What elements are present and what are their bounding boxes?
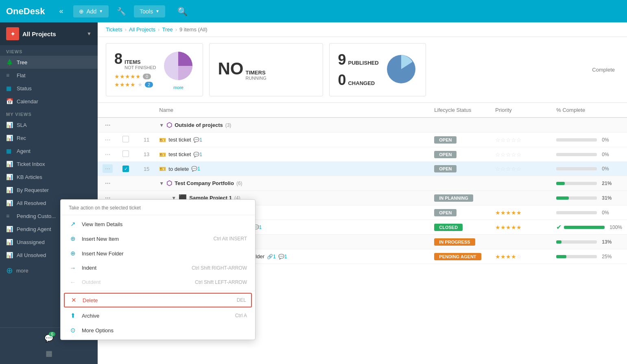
ticket-inbox-icon: 📊	[6, 161, 13, 167]
col-complete: % Complete	[551, 103, 627, 118]
ctx-view-details-label: View Item Details	[82, 221, 122, 227]
sidebar-item-flat[interactable]: ≡ Flat	[0, 69, 98, 82]
timers-label: TIMERS	[245, 70, 266, 76]
row-actions-outside[interactable]: ···	[103, 121, 113, 129]
calendar-icon: 📅	[6, 98, 13, 105]
progress-5	[556, 255, 597, 258]
pending-agent-icon: 📊	[6, 226, 13, 232]
status-1: OPEN	[434, 209, 457, 216]
more-options-icon: ⊙	[69, 327, 77, 334]
ctx-insert-new-item-label: Insert New Item	[82, 236, 119, 242]
portfolio-icon-outside: ⬡	[166, 121, 172, 129]
sidebar-item-agent[interactable]: ▦ Agent	[0, 144, 98, 157]
top-nav: OneDesk « ⊕ Add ▼ 🔧 Tools ▼ 🔍	[0, 0, 627, 22]
sidebar-item-tree[interactable]: 🌲 Tree	[0, 56, 98, 69]
col-actions	[98, 103, 118, 118]
by-requester-icon: 📊	[6, 187, 13, 193]
sidebar-item-kb-articles[interactable]: 📊 KB Articles	[0, 170, 98, 183]
sidebar-app-icon[interactable]: ✦	[6, 27, 19, 40]
stat-card-timers: NO TIMERS RUNNING	[209, 43, 323, 96]
insert-new-item-icon: ⊕	[69, 235, 77, 242]
no-timers-label: NO	[218, 59, 243, 78]
wrench-icon[interactable]: 🔧	[117, 7, 126, 16]
more-link[interactable]: more	[162, 85, 194, 90]
row-actions-11[interactable]: ···	[103, 135, 113, 144]
status-11: OPEN	[434, 136, 457, 144]
priority-11: ☆☆☆☆☆	[495, 137, 522, 143]
collapse-portfolio[interactable]: ▼	[159, 181, 164, 186]
ctx-outdent-shortcut: Ctrl Shift LEFT-ARROW	[195, 279, 247, 285]
priority-13: ☆☆☆☆☆	[495, 151, 522, 158]
ctx-delete[interactable]: ✕ Delete DEL	[64, 293, 252, 307]
item-name-13: test ticket	[168, 151, 191, 157]
progress-folder	[556, 240, 597, 244]
row-checkbox-15[interactable]: ✓	[122, 166, 129, 172]
stat-card-items: 8 ITEMS NOT FINISHED ★★★★★ 0 ★★★★★	[106, 43, 203, 96]
breadcrumb-tickets[interactable]: Tickets	[106, 26, 122, 33]
priority-5: ★★★★	[495, 253, 516, 260]
logo: OneDesk	[6, 6, 45, 17]
link-icon-5: 🔗1	[267, 254, 276, 259]
group-row-test-company: ··· ▼ ⬡ Test Company Portfolio (6)	[98, 176, 627, 191]
sidebar-item-sla[interactable]: 📊 SLA	[0, 118, 98, 131]
ticket-icon-13: 🎫	[159, 151, 166, 158]
ctx-view-details[interactable]: ↗ View Item Details	[61, 217, 255, 231]
ctx-more-options[interactable]: ⊙ More Options	[61, 323, 255, 338]
sidebar-item-rec[interactable]: 📊 Rec	[0, 131, 98, 144]
status-13: OPEN	[434, 151, 457, 158]
item-name-11: test ticket	[168, 137, 191, 143]
progress-portfolio	[556, 182, 597, 185]
row-actions-portfolio[interactable]: ···	[103, 179, 113, 187]
ticket-icon-15: 🎫	[159, 166, 166, 172]
sidebar-item-status[interactable]: ▦ Status	[0, 82, 98, 95]
insert-new-folder-icon: ⊕	[69, 250, 77, 257]
col-lifecycle: Lifecycle Status	[429, 103, 490, 118]
ctx-archive[interactable]: ⬆ Archive Ctrl A	[61, 308, 255, 323]
ctx-outdent-label: Outdent	[82, 279, 100, 285]
ctx-insert-new-item-shortcut: Ctrl Alt INSERT	[214, 236, 247, 242]
stats-row: 8 ITEMS NOT FINISHED ★★★★★ 0 ★★★★★	[98, 37, 627, 103]
sidebar-item-calendar[interactable]: 📅 Calendar	[0, 95, 98, 108]
stat-card-published: 9 PUBLISHED 0 CHANGED	[329, 43, 426, 96]
ctx-more-options-label: More Options	[82, 327, 114, 333]
sidebar-collapse-arrow[interactable]: ▼	[87, 31, 92, 37]
context-menu: Take action on the selected ticket ↗ Vie…	[60, 199, 256, 340]
status-5: PENDING AGENT	[434, 253, 481, 260]
group-name-portfolio: Test Company Portfolio	[175, 180, 234, 186]
collapse-nav-button[interactable]: «	[57, 5, 65, 17]
row-checkbox-11[interactable]	[122, 136, 129, 142]
sidebar-header: ✦ All Projects ▼	[0, 22, 98, 45]
all-resolved-icon: 📊	[6, 200, 13, 206]
row-checkbox-13[interactable]	[122, 150, 129, 157]
ctx-insert-new-item[interactable]: ⊕ Insert New Item Ctrl Alt INSERT	[61, 231, 255, 246]
chat-icon[interactable]: 💬 6	[44, 334, 53, 343]
status-15: OPEN	[434, 165, 457, 172]
ctx-outdent[interactable]: ← Outdent Ctrl Shift LEFT-ARROW	[61, 275, 255, 289]
comment-icon-5: 💬1	[278, 254, 287, 259]
grid-apps-icon[interactable]: ▦	[46, 349, 52, 358]
search-icon[interactable]: 🔍	[177, 7, 188, 16]
table-row: ··· 13 🎫 test ticket 💬1 OPEN ☆☆☆☆☆	[98, 147, 627, 162]
published-pie-chart	[385, 53, 417, 87]
progress-11	[556, 138, 597, 142]
breadcrumb-tree[interactable]: Tree	[162, 26, 173, 33]
breadcrumb-all-projects[interactable]: All Projects	[129, 26, 155, 33]
ctx-archive-label: Archive	[82, 313, 99, 319]
col-check	[118, 103, 134, 118]
col-num	[134, 103, 154, 118]
portfolio-icon: ⬡	[166, 179, 172, 187]
ctx-insert-new-folder[interactable]: ⊕ Insert New Folder	[61, 246, 255, 261]
sidebar-title: All Projects	[22, 31, 83, 37]
table-row-selected: ··· ✓ 15 🎫 to delete 💬1 OPEN ☆☆☆☆☆	[98, 162, 627, 176]
tools-button[interactable]: Tools ▼	[134, 5, 165, 17]
progress-15	[556, 167, 597, 170]
row-actions-13[interactable]: ···	[103, 150, 113, 159]
status-2: CLOSED	[434, 224, 463, 231]
collapse-outside[interactable]: ▼	[159, 122, 164, 128]
published-label: PUBLISHED	[348, 60, 378, 66]
sidebar-item-by-requester[interactable]: 📊 By Requester	[0, 183, 98, 196]
row-actions-15[interactable]: ···	[103, 164, 113, 173]
add-button[interactable]: ⊕ Add ▼	[73, 5, 109, 17]
sidebar-item-ticket-inbox[interactable]: 📊 Ticket Inbox	[0, 157, 98, 170]
ctx-indent[interactable]: → Indent Ctrl Shift RIGHT-ARROW	[61, 261, 255, 275]
